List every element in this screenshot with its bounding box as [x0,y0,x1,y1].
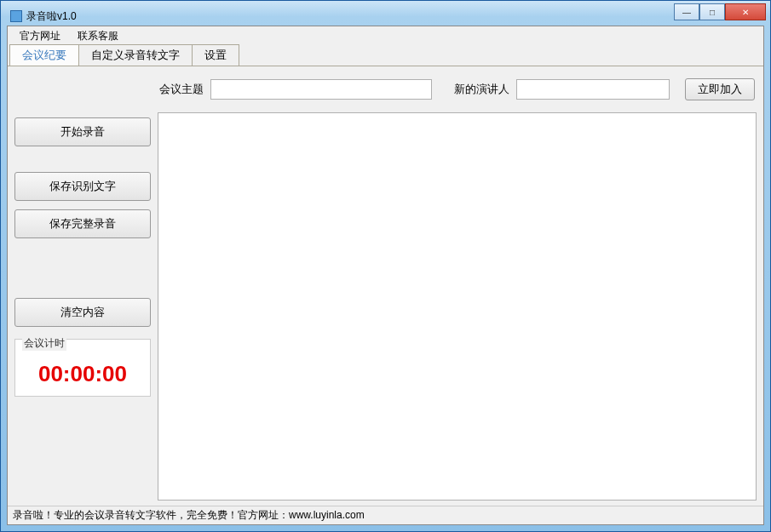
speaker-input[interactable] [516,79,670,100]
clear-content-button[interactable]: 清空内容 [14,298,151,327]
transcript-textarea[interactable] [158,112,757,501]
close-button[interactable]: ✕ [725,3,766,20]
window-title: 录音啦v1.0 [26,9,77,24]
window-frame: 录音啦v1.0 — □ ✕ 河东软件园 www.pc0359.cn 官方网址 联… [0,0,771,532]
titlebar: 录音啦v1.0 — □ ✕ [7,7,764,26]
tab-meeting-minutes[interactable]: 会议纪要 [9,44,79,66]
maximize-button[interactable]: □ [699,3,725,20]
timer-value: 00:00:00 [19,361,147,387]
minimize-button[interactable]: — [674,3,699,20]
timer-label: 会议计时 [22,336,66,351]
status-text: 录音啦！专业的会议录音转文字软件，完全免费！官方网址：www.luyinla.c… [13,508,365,523]
sidebar: 开始录音 保存识别文字 保存完整录音 清空内容 会议计时 00:00:00 [14,75,151,501]
topic-input[interactable] [210,79,432,100]
tab-content: 开始录音 保存识别文字 保存完整录音 清空内容 会议计时 00:00:00 会议… [8,66,763,506]
speaker-label: 新的演讲人 [454,82,509,97]
save-text-button[interactable]: 保存识别文字 [14,172,151,201]
start-record-button[interactable]: 开始录音 [14,117,151,146]
tabbar: 会议纪要 自定义录音转文字 设置 [8,45,763,66]
save-audio-button[interactable]: 保存完整录音 [14,209,151,238]
window-controls: — □ ✕ [674,3,766,20]
tab-custom-transcribe[interactable]: 自定义录音转文字 [78,44,193,66]
main-area: 会议主题 新的演讲人 立即加入 [158,75,757,501]
menu-contact-support[interactable]: 联系客服 [69,27,127,45]
tab-settings[interactable]: 设置 [192,44,239,66]
app-icon [10,10,22,22]
inner-window: 河东软件园 www.pc0359.cn 官方网址 联系客服 会议纪要 自定义录音… [7,26,764,525]
menu-official-site[interactable]: 官方网址 [11,27,69,45]
menubar: 官方网址 联系客服 [8,26,763,45]
meeting-info-row: 会议主题 新的演讲人 立即加入 [158,75,757,104]
join-button[interactable]: 立即加入 [685,78,755,100]
statusbar: 录音啦！专业的会议录音转文字软件，完全免费！官方网址：www.luyinla.c… [8,506,763,524]
topic-label: 会议主题 [159,82,204,97]
timer-panel: 会议计时 00:00:00 [14,339,151,397]
